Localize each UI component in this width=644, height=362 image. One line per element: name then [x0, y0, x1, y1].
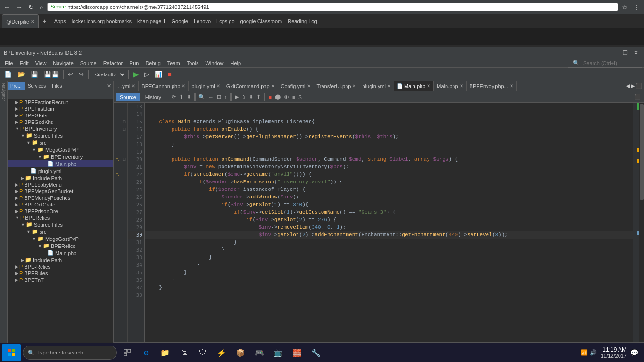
source-tab[interactable]: Source: [116, 93, 140, 101]
run-to-cursor-btn[interactable]: ▶|: [233, 93, 241, 100]
tab-close-plugin2[interactable]: ✕: [387, 83, 391, 89]
url-bar[interactable]: Secure https://discordapp.com/channels/@…: [47, 3, 618, 11]
tree-item-src-1[interactable]: ▼ 📁 src: [8, 139, 113, 146]
undo-btn[interactable]: ↩: [66, 70, 75, 79]
tree-item-bperelics-sub[interactable]: ▼ 📁 BPERelics: [8, 242, 113, 249]
tree-item-bpeprison[interactable]: ▶ P BPEPrisonOre: [8, 208, 113, 214]
eval-btn[interactable]: ≡: [291, 94, 297, 100]
taskbar-search-box[interactable]: 🔍 Type here to search: [23, 346, 117, 360]
sidebar-tab-projects[interactable]: Pro...: [8, 82, 25, 90]
close-button[interactable]: ✕: [632, 49, 640, 56]
tree-item-bpegodkits[interactable]: ▶ P BPEGodKits: [8, 119, 113, 125]
save-btn[interactable]: 💾: [28, 70, 41, 79]
editor-btn-6[interactable]: ⊡: [215, 93, 223, 100]
taskbar-app5[interactable]: 🧱: [289, 344, 305, 361]
scrollbar-thumb[interactable]: [640, 104, 644, 200]
tree-item-bpelobbymenu[interactable]: ▶ P BPELobbyMenu: [8, 181, 113, 188]
tab-close-icon[interactable]: ✕: [31, 19, 34, 24]
tree-item-bpegkits[interactable]: ▶ P BPEGKits: [8, 112, 113, 119]
sidebar-collapse-btn[interactable]: −: [109, 92, 112, 98]
tab-close-main[interactable]: ✕: [427, 83, 430, 89]
tab-bpeenvoy[interactable]: BPEEnvoy.php... ✕: [467, 81, 517, 91]
vertical-scrollbar[interactable]: [639, 103, 644, 342]
tab-close-main2[interactable]: ✕: [460, 83, 463, 89]
tree-item-source-files-2[interactable]: ▼ 📁 Source Files: [8, 221, 113, 228]
maximize-editor-btn[interactable]: ⬛: [636, 83, 642, 89]
menu-source[interactable]: Source: [77, 59, 99, 67]
tree-item-bpemoney[interactable]: ▶ P BPEMoneyPouches: [8, 195, 113, 201]
save-all-btn[interactable]: 💾💾: [41, 70, 61, 79]
tree-item-bpetnt[interactable]: ▶ P BPETnT: [8, 277, 113, 283]
fold-15[interactable]: □: [121, 118, 127, 125]
step-out-btn[interactable]: ⬆: [255, 93, 262, 100]
menu-help[interactable]: Help: [228, 59, 244, 67]
tab-plugin-yml[interactable]: plugin.yml ✕: [189, 81, 223, 91]
menu-navigate[interactable]: Navigate: [50, 59, 76, 67]
refresh-button[interactable]: ↻: [26, 2, 36, 12]
tab-close-transfer[interactable]: ✕: [352, 83, 356, 89]
menu-run[interactable]: Run: [126, 59, 141, 67]
classroom-link[interactable]: google Classroom: [240, 18, 282, 24]
menu-view[interactable]: View: [33, 59, 50, 67]
maximize-button[interactable]: ❐: [621, 49, 630, 56]
code-content[interactable]: class Main extends PluginBase implements…: [145, 103, 633, 342]
google-link[interactable]: Google: [171, 18, 188, 24]
locker-link[interactable]: locker.lcps.org bookmarks: [72, 18, 132, 24]
tree-item-bperelics2[interactable]: ▶ P BPE-Relics: [8, 263, 113, 270]
khan-link[interactable]: khan page 1: [137, 18, 166, 24]
lcps-link[interactable]: Lcps go: [216, 18, 235, 24]
menu-team[interactable]: Team: [165, 59, 183, 67]
menu-button[interactable]: ⋮: [632, 2, 642, 12]
notification-icon[interactable]: 💬: [630, 349, 638, 356]
tab-gkit[interactable]: GkitCommand.php ✕: [223, 81, 278, 91]
config-dropdown[interactable]: <default>: [91, 70, 126, 79]
tab-close-envoy[interactable]: ✕: [510, 83, 513, 89]
tree-item-bpefaction[interactable]: ▶ P BPEFactionRecruit: [8, 99, 113, 106]
tree-item-bpemegagen[interactable]: ▶ P BPEMegaGenBucket: [8, 188, 113, 195]
fold-16[interactable]: □: [121, 125, 127, 133]
clock[interactable]: 11:19 AM 11/12/2017: [601, 346, 627, 359]
menu-tools[interactable]: Tools: [184, 59, 202, 67]
editor-btn-7[interactable]: ↕: [223, 94, 229, 100]
browser-tab-active[interactable]: @Derpific ✕: [2, 14, 39, 28]
taskbar-edge[interactable]: e: [138, 344, 155, 361]
menu-file[interactable]: File: [2, 59, 16, 67]
profile-btn[interactable]: 📊: [152, 70, 165, 79]
tab-main-php2[interactable]: Main.php ✕: [434, 81, 466, 91]
tree-item-bpefirstjoin[interactable]: ▶ P BPEFirstJoin: [8, 106, 113, 112]
history-tab[interactable]: History: [141, 93, 165, 101]
tree-item-plugin-yml[interactable]: 📄 plugin.yml: [8, 167, 113, 174]
back-button[interactable]: ←: [2, 2, 12, 12]
taskbar-task-view[interactable]: [119, 344, 136, 361]
redo-btn[interactable]: ↪: [76, 70, 86, 79]
tree-item-main-php-2[interactable]: 📄 Main.php: [8, 249, 113, 256]
taskbar-app4[interactable]: 📺: [270, 344, 287, 361]
tree-item-source-files-1[interactable]: ▼ 📁 Source Files: [8, 132, 113, 139]
tree-item-bpeinventory[interactable]: ▼ P BPEInventory: [8, 125, 113, 132]
taskbar-app3[interactable]: 🎮: [251, 344, 268, 361]
tree-item-include-path-2[interactable]: ▶ 📁 Include Path: [8, 256, 113, 263]
debug-project-btn[interactable]: ▷: [142, 70, 151, 79]
sidebar-close-btn[interactable]: ✕: [105, 83, 113, 89]
tree-item-megagastpvp-1[interactable]: ▼ 📁 MegaGastPvP: [8, 146, 113, 153]
tab-bpecannon[interactable]: BPECannon.php ✕: [139, 81, 189, 91]
navigator-label[interactable]: Navigator: [0, 81, 7, 103]
tree-item-main-php-1[interactable]: 📄 Main.php: [8, 160, 113, 167]
tab-transfer[interactable]: TransferUI.php ✕: [314, 81, 360, 91]
apps-link[interactable]: Apps: [54, 18, 66, 24]
find-btn[interactable]: 🔍: [197, 93, 206, 100]
scroll-tabs-left[interactable]: ◀: [626, 83, 630, 89]
editor-btn-5[interactable]: ↔: [207, 94, 215, 100]
editor-action-btn1[interactable]: ⟳: [170, 93, 177, 100]
run-project-btn[interactable]: ▶: [131, 69, 141, 80]
home-button[interactable]: ⌂: [38, 2, 45, 12]
watch-btn[interactable]: 👁: [282, 94, 290, 100]
taskbar-store[interactable]: 🛍: [175, 344, 192, 361]
tab-yml1[interactable]: ....yml ✕: [114, 81, 139, 91]
taskbar-app1[interactable]: ⚡: [213, 344, 230, 361]
new-tab-button[interactable]: +: [39, 14, 50, 28]
tab-main-php[interactable]: 📄 Main.php ✕: [394, 81, 434, 91]
sidebar-tab-services[interactable]: Services: [25, 82, 49, 90]
tab-close-bpecannon[interactable]: ✕: [182, 83, 185, 89]
step-over-btn[interactable]: ⤵: [241, 94, 247, 100]
